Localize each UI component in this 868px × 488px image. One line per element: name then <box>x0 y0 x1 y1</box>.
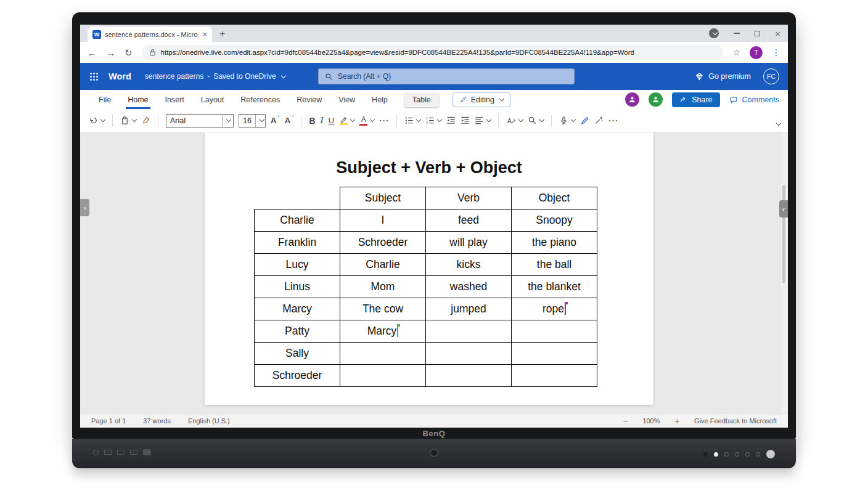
menu-home[interactable]: Home <box>128 90 148 109</box>
table-cell[interactable]: the ball <box>512 254 597 276</box>
table-cell[interactable] <box>426 320 512 343</box>
minimize-button[interactable] <box>734 33 740 34</box>
table-cell[interactable]: Charlie <box>255 209 340 232</box>
browser-profile-avatar[interactable]: T <box>750 46 763 59</box>
bullet-list-button[interactable] <box>404 116 420 125</box>
comments-button[interactable]: Comments <box>729 96 779 104</box>
browser-menu-icon[interactable]: ⋮ <box>772 47 780 57</box>
reload-button[interactable]: ↻ <box>125 48 133 57</box>
table-cell[interactable] <box>340 343 426 365</box>
menu-review[interactable]: Review <box>297 90 322 109</box>
italic-button[interactable]: I <box>321 115 324 126</box>
scrollbar-track[interactable] <box>780 132 788 413</box>
table-cell[interactable]: Schroeder <box>255 365 340 387</box>
menu-table-contextual[interactable]: Table <box>404 92 439 107</box>
increase-indent-button[interactable] <box>461 116 470 125</box>
table-cell[interactable] <box>426 365 512 387</box>
table-header-cell[interactable]: Object <box>512 187 597 209</box>
feedback-link[interactable]: Give Feedback to Microsoft <box>694 417 777 425</box>
table-cell[interactable]: will play <box>426 232 512 254</box>
bold-button[interactable]: B <box>309 116 315 126</box>
table-cell[interactable]: Marcy <box>255 298 340 320</box>
alignment-button[interactable] <box>475 116 491 125</box>
menu-view[interactable]: View <box>338 90 355 109</box>
editing-mode-button[interactable]: Editing <box>452 92 510 107</box>
document-name[interactable]: sentence patterns - Saved to OneDrive <box>145 72 285 81</box>
new-tab-button[interactable]: + <box>219 29 225 39</box>
grow-font-button[interactable]: Aˆ <box>271 116 280 125</box>
find-button[interactable] <box>528 116 544 125</box>
maximize-button[interactable] <box>755 31 760 36</box>
table-cell[interactable]: Lucy <box>255 254 340 276</box>
undo-button[interactable] <box>89 116 105 125</box>
word-count[interactable]: 37 words <box>143 417 171 425</box>
decrease-indent-button[interactable] <box>446 116 456 125</box>
paste-button[interactable] <box>120 116 136 125</box>
table-cell[interactable]: the piano <box>512 232 597 254</box>
go-premium-button[interactable]: Go premium <box>695 72 751 81</box>
menu-layout[interactable]: Layout <box>201 90 224 109</box>
bookmark-star-icon[interactable]: ☆ <box>732 47 740 57</box>
editor-wand-button[interactable] <box>594 116 604 125</box>
table-header-cell[interactable]: Subject <box>340 187 426 209</box>
more-commands-button[interactable]: ··· <box>608 116 618 125</box>
table-cell[interactable]: the blanket <box>512 276 597 298</box>
coauthor-avatar-purple[interactable] <box>625 92 639 107</box>
left-panel-toggle[interactable]: › <box>80 199 89 216</box>
right-panel-toggle[interactable]: ‹ <box>779 200 788 218</box>
table-header-cell[interactable]: Verb <box>426 187 512 209</box>
zoom-level[interactable]: 100% <box>642 417 660 425</box>
menu-references[interactable]: References <box>240 90 280 109</box>
account-avatar[interactable]: FC <box>763 68 779 84</box>
coauthor-avatar-green[interactable] <box>649 92 663 107</box>
collapse-ribbon-button[interactable] <box>775 116 780 128</box>
dictate-button[interactable] <box>559 116 575 125</box>
menu-file[interactable]: File <box>99 90 111 109</box>
table-cell[interactable] <box>512 320 597 343</box>
table-cell[interactable]: feed <box>426 209 512 232</box>
table-cell[interactable]: Marcy <box>340 320 426 343</box>
format-painter-button[interactable] <box>141 116 150 125</box>
window-close-button[interactable]: × <box>775 29 780 38</box>
table-cell[interactable]: The cow <box>340 298 426 320</box>
url-bar[interactable]: https://onedrive.live.com/edit.aspx?cid=… <box>142 45 724 60</box>
tab-close-icon[interactable]: × <box>202 30 207 38</box>
numbered-list-button[interactable]: 123 <box>425 116 441 125</box>
table-cell[interactable] <box>426 343 512 365</box>
table-cell[interactable] <box>340 365 426 387</box>
menu-insert[interactable]: Insert <box>165 90 184 109</box>
font-size-select[interactable]: 16 <box>239 114 266 128</box>
table-cell[interactable]: kicks <box>426 254 512 276</box>
highlight-button[interactable] <box>339 116 354 125</box>
back-button[interactable]: ← <box>88 48 97 57</box>
table-cell[interactable]: rope <box>512 298 597 320</box>
table-cell[interactable]: Charlie <box>340 254 426 276</box>
share-button[interactable]: Share <box>672 92 719 107</box>
table-cell[interactable]: I <box>340 209 426 232</box>
search-input[interactable]: Search (Alt + Q) <box>318 68 575 84</box>
shrink-font-button[interactable]: Aˇ <box>285 116 294 125</box>
scrollbar-thumb[interactable] <box>782 185 785 283</box>
underline-button[interactable]: U <box>329 116 335 125</box>
browser-tab[interactable]: W sentence patterns.docx - Microso × <box>88 26 212 42</box>
styles-button[interactable]: A <box>506 116 523 125</box>
draw-button[interactable] <box>580 116 589 125</box>
word-app-name[interactable]: Word <box>108 71 131 81</box>
browser-status-badge-icon[interactable] <box>709 28 719 38</box>
table-cell[interactable]: Patty <box>255 320 340 343</box>
zoom-in-button[interactable]: + <box>675 417 680 426</box>
document-title[interactable]: Subject + Verb + Object <box>205 158 653 177</box>
table-cell[interactable] <box>512 365 597 387</box>
table-cell[interactable]: washed <box>426 276 512 298</box>
table-cell[interactable]: Linus <box>255 276 340 298</box>
table-cell[interactable] <box>512 343 597 365</box>
app-launcher-icon[interactable] <box>89 72 99 81</box>
table-cell[interactable]: Mom <box>340 276 426 298</box>
forward-button[interactable]: → <box>106 48 115 57</box>
table-cell[interactable]: Franklin <box>255 232 340 254</box>
font-color-button[interactable]: A <box>359 116 374 126</box>
table-cell[interactable]: jumped <box>426 298 512 320</box>
zoom-out-button[interactable]: − <box>623 417 628 426</box>
font-name-select[interactable]: Arial <box>166 114 234 128</box>
page-count[interactable]: Page 1 of 1 <box>91 417 126 425</box>
